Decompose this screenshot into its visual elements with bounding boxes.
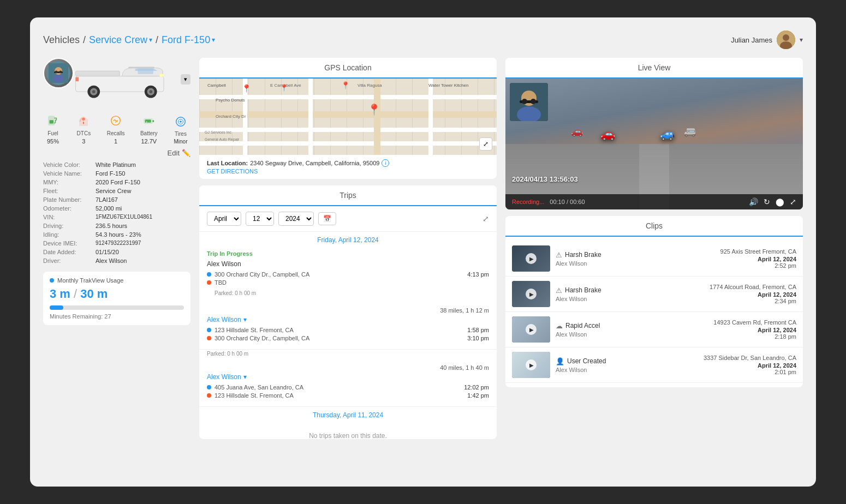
clip-item[interactable]: ▶ ⚠ Harsh Brake Alex Wilson 1774 Alcourt… <box>505 277 803 312</box>
svg-point-24 <box>82 118 86 121</box>
location-info-icon[interactable]: i <box>382 159 389 167</box>
trip3-stats: 40 miles, 1 h 40 m <box>207 364 489 371</box>
live-controls-bar: Recording... 00:10 / 00:60 🔊 ↻ ⬤ ⤢ <box>505 194 803 209</box>
month-select[interactable]: April <box>207 212 241 226</box>
breadcrumb-vehicle[interactable]: Ford F-150 ▾ <box>162 34 215 46</box>
trip2-driver[interactable]: Alex Wilson ▾ <box>207 316 489 323</box>
record-button[interactable]: ⬤ <box>776 197 784 206</box>
vehicle-image-area: ▾ <box>43 58 190 107</box>
name-value: Ford F-150 <box>96 170 125 177</box>
mmy-label: MMY: <box>43 179 92 185</box>
date-value: 01/15/20 <box>96 249 119 255</box>
fullscreen-button[interactable]: ⤢ <box>790 197 796 206</box>
trip-in-progress-label: Trip In Progress <box>199 248 497 257</box>
dtc-label: DTCs <box>77 130 91 136</box>
day-select[interactable]: 12 <box>246 212 274 226</box>
name-label: Vehicle Name: <box>43 170 92 177</box>
vin-row: VIN: 1FMZU67EX1UL04861 <box>43 214 190 220</box>
year-select[interactable]: 2024 <box>278 212 314 226</box>
svg-point-7 <box>55 71 58 74</box>
trip-date-header-2: Thursday, April 11, 2024 <box>199 407 497 423</box>
clip-item[interactable]: ▶ ☁ Rapid Accel Alex Wilson 14923 Cavern… <box>505 312 803 347</box>
trip-card-2[interactable]: 38 miles, 1 h 12 m Alex Wilson ▾ 123 Hil… <box>199 303 497 350</box>
fleet-row: Fleet: Service Crew <box>43 188 190 194</box>
svg-point-15 <box>92 90 96 93</box>
vehicle-image <box>54 58 190 107</box>
clips-panel-header: Clips <box>505 216 803 237</box>
trip-card-3[interactable]: 40 miles, 1 h 40 m Alex Wilson ▾ 405 Jua… <box>199 360 497 407</box>
live-view-panel: Live View 🚗 🚙 🚗 🚐 <box>505 58 803 209</box>
live-timestamp: 2024/04/13 13:56:03 <box>512 175 578 183</box>
fuel-value: 95% <box>47 138 59 145</box>
svg-rect-25 <box>83 122 84 124</box>
clip-meta-1: 925 Axis Street Fremont, CA April 12, 20… <box>720 248 796 269</box>
trip3-driver[interactable]: Alex Wilson ▾ <box>207 373 489 381</box>
recording-label: Recording... <box>512 199 544 205</box>
refresh-button[interactable]: ↻ <box>764 197 770 206</box>
plate-label: Plate Number: <box>43 196 92 203</box>
odometer-row: Odometer: 52,000 mi <box>43 205 190 212</box>
trip2-stats: 38 miles, 1 h 12 m <box>207 307 489 314</box>
trips-expand-button[interactable]: ⤢ <box>482 214 489 223</box>
usage-remaining: Minutes Remaining: 27 <box>50 313 184 320</box>
tire-icon <box>173 114 188 129</box>
trip3-stop-to: 123 Hillsdale St. Fremont, CA 1:42 pm <box>207 392 489 399</box>
driver-thumbnail <box>43 58 74 88</box>
left-panel: ▾ Fuel 95% <box>43 58 190 325</box>
trips-panel: Trips April 12 2024 📅 ⤢ <box>199 185 497 439</box>
breadcrumb-fleet[interactable]: Service Crew ▾ <box>89 34 152 46</box>
trip2-dot-end <box>207 336 211 340</box>
mmy-row: MMY: 2020 Ford F-150 <box>43 179 190 185</box>
battery-icon: + - <box>141 113 157 129</box>
vin-label: VIN: <box>43 214 92 220</box>
svg-rect-11 <box>76 71 120 76</box>
clip-thumbnail-2: ▶ <box>512 281 550 307</box>
imei-label: Device IMEI: <box>43 240 92 247</box>
user-created-icon: 👤 <box>556 357 564 365</box>
breadcrumb-sep2: / <box>156 34 158 46</box>
trip2-chevron-icon: ▾ <box>243 316 247 323</box>
dtc-value: 3 <box>82 138 85 145</box>
svg-point-34 <box>180 121 182 123</box>
clip-type-1: ⚠ Harsh Brake <box>556 251 715 259</box>
vehicle-name-row: Vehicle Name: Ford F-150 <box>43 170 190 177</box>
trip-date-header-1: Friday, April 12, 2024 <box>199 232 497 248</box>
clip-meta-3: 14923 Cavern Rd, Fremont CA April 12, 20… <box>713 319 796 340</box>
clip-info-3: ☁ Rapid Accel Alex Wilson <box>556 322 708 338</box>
user-menu[interactable]: Julian James ▾ <box>731 31 803 49</box>
idling-value: 54.3 hours - 23% <box>96 231 141 238</box>
calendar-icon-button[interactable]: 📅 <box>318 212 336 225</box>
tire-label: Tires <box>175 131 187 137</box>
odometer-value: 52,000 mi <box>96 205 122 212</box>
right-panel: Live View 🚗 🚙 🚗 🚐 <box>505 58 803 387</box>
clip-info-4: 👤 User Created Alex Wilson <box>556 357 698 373</box>
live-view-area: 🚗 🚙 🚗 🚐 <box>505 79 803 209</box>
clip-item[interactable]: ▶ 👤 User Created Alex Wilson 3337 Sideba… <box>505 347 803 383</box>
clip-info-2: ⚠ Harsh Brake Alex Wilson <box>556 286 704 302</box>
edit-button[interactable]: Edit ✏️ <box>168 149 190 157</box>
fleet-chevron-icon: ▾ <box>149 36 152 44</box>
vehicle-dropdown-button[interactable]: ▾ <box>181 74 190 85</box>
trips-panel-header: Trips <box>199 185 497 206</box>
trips-body: Friday, April 12, 2024 Trip In Progress … <box>199 232 497 439</box>
volume-button[interactable]: 🔊 <box>749 197 758 206</box>
current-trip-card[interactable]: Alex Wilson 300 Orchard City Dr., Campbe… <box>199 257 497 303</box>
svg-point-39 <box>531 99 536 104</box>
clip-item[interactable]: ▶ ⚠ Harsh Brake Alex Wilson 925 Axis Str… <box>505 241 803 277</box>
clip-driver-1: Alex Wilson <box>556 260 715 267</box>
svg-point-18 <box>149 90 152 93</box>
driving-label: Driving: <box>43 223 92 229</box>
trip-stop-to: TBD <box>207 279 489 286</box>
clip-play-icon: ▶ <box>526 289 537 299</box>
clip-play-icon: ▶ <box>526 324 537 335</box>
monthly-usage-panel: Monthly TrakView Usage 3 m / 30 m Minute… <box>43 272 190 325</box>
get-directions-button[interactable]: GET DIRECTIONS <box>207 168 489 175</box>
clip-type-4: 👤 User Created <box>556 357 698 365</box>
clips-panel: Clips ▶ ⚠ Harsh Brake Al <box>505 216 803 387</box>
svg-point-9 <box>53 75 64 82</box>
location-bar: Last Location: 2340 Segway Drive, Campbe… <box>199 155 497 179</box>
driving-value: 236.5 hours <box>96 223 127 229</box>
battery-value: 12.7V <box>141 138 157 145</box>
live-driver-thumbnail <box>510 83 548 121</box>
map-expand-button[interactable]: ⤢ <box>479 137 492 151</box>
